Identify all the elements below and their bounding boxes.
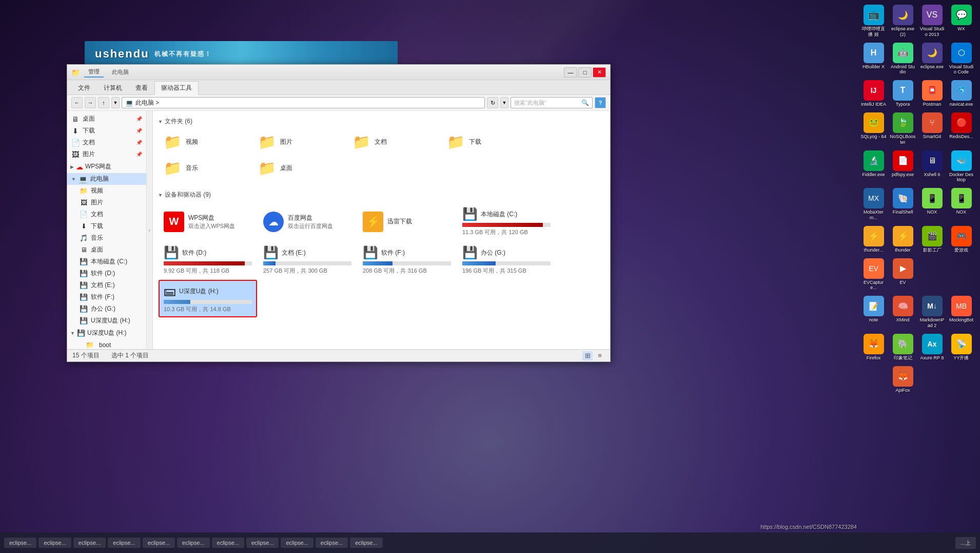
desktop-icon-wx[interactable]: 💬 WX <box>947 3 975 40</box>
sidebar-item-pictures[interactable]: 🖼 图片 📌 <box>67 148 146 160</box>
tab-view[interactable]: 查看 <box>129 81 154 94</box>
desktop-icon-eclipse[interactable]: 🌙 eclipse.exe <box>918 41 946 78</box>
sidebar-expand-btn[interactable]: › <box>147 111 153 349</box>
address-path[interactable]: 💻 此电脑 > <box>122 97 485 108</box>
sidebar-item-this-pc[interactable]: ▼ 💻 此电脑 <box>67 173 146 185</box>
desktop-icon-fiddler[interactable]: 🔬 Fiddler.exe <box>859 148 888 185</box>
sidebar-sub-d[interactable]: 💾 软件 (D:) <box>67 268 146 279</box>
taskbar-item-8[interactable]: eclipse... <box>246 538 279 548</box>
folders-section-header[interactable]: ▼ 文件夹 (6) <box>157 115 606 128</box>
sidebar-sub-download[interactable]: ⬇ 下载 <box>67 220 146 232</box>
desktop-icon-firefox[interactable]: 🦊 Firefox <box>859 332 888 363</box>
tab-drive-tools[interactable]: 驱动器工具 <box>154 81 199 95</box>
desktop-icon-yinxiang[interactable]: 🐘 印象笔记 <box>889 332 917 363</box>
drive-item-c[interactable]: 💾 本地磁盘 (C:) 11.3 GB 可用，共 120 GB <box>458 203 555 240</box>
sidebar-sub-desktop[interactable]: 🖥 桌面 <box>67 244 146 256</box>
folder-item-documents[interactable]: 📁 文档 <box>348 130 440 154</box>
drive-item-baidu[interactable]: ☁ 百度网盘 双击运行百度网盘 <box>259 203 356 240</box>
desktop-icon-smartgit[interactable]: ⑂ SmartGit <box>918 110 946 147</box>
folder-item-pictures[interactable]: 📁 图片 <box>253 130 346 154</box>
sidebar-item-docs[interactable]: 📄 文档 📌 <box>67 137 146 148</box>
path-dropdown[interactable]: ▼ <box>500 97 508 108</box>
desktop-icon-hbuilder[interactable]: H HBuilder X <box>859 41 888 78</box>
desktop-icon-ev[interactable]: ▶ EV <box>889 256 917 293</box>
sidebar-sub-video[interactable]: 📁 视频 <box>67 185 146 197</box>
up-button[interactable]: ↑ <box>98 97 109 108</box>
view-large-icon-btn[interactable]: ⊞ <box>582 351 593 360</box>
desktop-icon-mockingbot[interactable]: MB MockingBot <box>947 294 975 331</box>
folder-item-video[interactable]: 📁 视频 <box>159 130 251 154</box>
tab-computer[interactable]: 计算机 <box>97 81 129 94</box>
drives-section-header[interactable]: ▼ 设备和驱动器 (9) <box>157 188 606 201</box>
taskbar-item-2[interactable]: eclipse... <box>38 538 71 548</box>
drive-item-e[interactable]: 💾 文档 (E:) 257 GB 可用，共 300 GB <box>259 242 356 278</box>
forward-button[interactable]: → <box>85 97 96 108</box>
sidebar-sub-c[interactable]: 💾 本地磁盘 (C:) <box>67 256 146 268</box>
folder-item-desktop[interactable]: 📁 桌面 <box>253 156 346 180</box>
desktop-icon-nox2[interactable]: 📱 NOX <box>947 186 975 223</box>
taskbar-item-11[interactable]: eclipse... <box>350 538 382 548</box>
search-box[interactable]: 搜索"此电脑" 🔍 <box>511 97 593 108</box>
desktop-icon-mobaxterm[interactable]: MX MobaXterm... <box>859 186 888 223</box>
sidebar-item-desktop[interactable]: 🖥 桌面 📌 <box>67 113 146 125</box>
desktop-icon-docker[interactable]: 🐳 Docker Desktop <box>947 148 975 185</box>
refresh-button[interactable]: ↻ <box>487 97 498 108</box>
desktop-icon-bilibili[interactable]: 📺 哔哩哔哩直播 姬 <box>859 3 888 40</box>
desktop-icon-shadowplay[interactable]: 🎬 影影工厂 <box>918 224 946 255</box>
maximize-button[interactable]: □ <box>578 67 592 78</box>
drive-item-g[interactable]: 💾 办公 (G:) 196 GB 可用，共 315 GB <box>458 242 555 278</box>
drive-item-wps[interactable]: W WPS网盘 双击进入WPS网盘 <box>159 203 257 240</box>
sidebar-sub-docs[interactable]: 📄 文档 <box>67 208 146 220</box>
desktop-icon-nosqlbooster[interactable]: 🍃 NoSQLBooster <box>889 110 917 147</box>
view-detail-btn[interactable]: ≡ <box>595 351 605 360</box>
sidebar-sub-music[interactable]: 🎵 音乐 <box>67 232 146 244</box>
desktop-icon-redisdesktop[interactable]: 🔴 RedisDes... <box>947 110 975 147</box>
taskbar-item-5[interactable]: eclipse... <box>143 538 175 548</box>
recent-button[interactable]: ▼ <box>111 97 120 108</box>
taskbar-item-3[interactable]: eclipse... <box>73 538 106 548</box>
desktop-icon-thunder1[interactable]: ⚡ thunder... <box>859 224 888 255</box>
desktop-icon-vscode[interactable]: ⬡ Visual Studio Code <box>947 41 975 78</box>
help-button[interactable]: ? <box>595 97 606 108</box>
taskbar-item-more[interactable]: ...上 <box>955 537 976 549</box>
sidebar-sub-e[interactable]: 💾 文档 (E:) <box>67 279 146 291</box>
desktop-icon-yy[interactable]: 📡 YY开播 <box>947 332 975 363</box>
folder-item-downloads[interactable]: 📁 下载 <box>442 130 535 154</box>
desktop-icon-android[interactable]: 🤖 Android Studio <box>889 41 917 78</box>
desktop-icon-vs2013[interactable]: VS Visual Studio 2013 <box>918 3 946 40</box>
desktop-icon-eclipse2[interactable]: 🌙 eclipse.exe (2) <box>889 3 917 40</box>
taskbar-item-6[interactable]: eclipse... <box>177 538 209 548</box>
sidebar-sub-f[interactable]: 💾 软件 (F:) <box>67 291 146 303</box>
desktop-icon-aiyouxi[interactable]: 🎮 爱游戏 <box>947 224 975 255</box>
desktop-icon-typora[interactable]: T Typora <box>889 78 917 109</box>
taskbar-item-9[interactable]: eclipse... <box>281 538 313 548</box>
desktop-icon-finalshell[interactable]: 🐚 FinalShell <box>889 186 917 223</box>
taskbar-item-1[interactable]: eclipse... <box>4 538 36 548</box>
minimize-button[interactable]: — <box>564 67 577 78</box>
desktop-icon-sqlyog[interactable]: 🐸 SQLyog - 64 <box>859 110 888 147</box>
sidebar-section-udisk[interactable]: ▼ 💾 U深度U盘 (H:) <box>67 327 146 339</box>
desktop-icon-apifox[interactable]: 🦊 ApiFox <box>889 364 917 395</box>
drive-item-xunlei[interactable]: ⚡ 迅雷下载 <box>358 203 456 240</box>
desktop-icon-thunder2[interactable]: ⚡ thunder <box>889 224 917 255</box>
taskbar-item-7[interactable]: eclipse... <box>212 538 244 548</box>
desktop-icon-navicat[interactable]: 🐬 navicat.exe <box>947 78 975 109</box>
desktop-icon-xmind[interactable]: 🧠 XMind <box>889 294 917 331</box>
sidebar-section-wps[interactable]: ▶ ☁ WPS网盘 <box>67 160 146 173</box>
desktop-icon-note[interactable]: 📝 note <box>859 294 888 331</box>
ribbon-management-tab[interactable]: 管理 <box>84 67 104 78</box>
drive-item-h[interactable]: 🖴 U深度U盘 (H:) 10.3 GB 可用，共 14.8 GB <box>159 280 257 317</box>
close-button[interactable]: ✕ <box>593 67 606 78</box>
tab-file[interactable]: 文件 <box>71 81 97 94</box>
sidebar-sub-g[interactable]: 💾 办公 (G:) <box>67 303 146 315</box>
desktop-icon-axure[interactable]: Ax Axure RP 8 <box>918 332 946 363</box>
drive-item-d[interactable]: 💾 软件 (D:) 9.92 GB 可用，共 118 GB <box>159 242 257 278</box>
sidebar-sub-boot[interactable]: 📁 boot <box>67 339 146 349</box>
taskbar-item-4[interactable]: eclipse... <box>108 538 140 548</box>
taskbar-item-10[interactable]: eclipse... <box>316 538 348 548</box>
desktop-icon-markdownpad[interactable]: M↓ MarkdownPad 2 <box>918 294 946 331</box>
desktop-icon-postman[interactable]: 📮 Postman <box>918 78 946 109</box>
desktop-icon-nox1[interactable]: 📱 NOX <box>918 186 946 223</box>
back-button[interactable]: ← <box>71 97 83 108</box>
desktop-icon-intellij[interactable]: IJ IntelliJ IDEA <box>859 78 888 109</box>
